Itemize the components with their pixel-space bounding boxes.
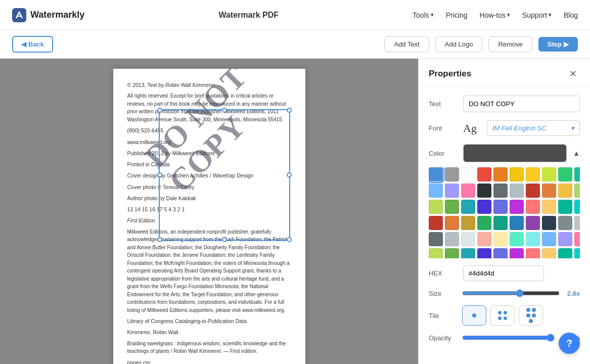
color-cell[interactable] [429, 200, 443, 214]
color-cell[interactable] [526, 216, 540, 230]
next-step-button[interactable]: Step ▶ [538, 37, 578, 52]
color-cell[interactable] [510, 184, 524, 198]
color-cell[interactable] [493, 167, 508, 181]
panel-title: Properties [429, 69, 471, 79]
back-button[interactable]: ◀ Back [12, 36, 53, 53]
color-header: Color ▲ [429, 144, 580, 162]
color-cell[interactable] [493, 232, 508, 246]
color-cell[interactable] [558, 248, 572, 258]
color-cell[interactable] [477, 232, 491, 246]
color-cell[interactable] [461, 248, 475, 258]
font-row: Font Ag IM Fell English SC ▾ [429, 120, 580, 136]
color-cell[interactable] [445, 184, 459, 198]
color-cell[interactable] [542, 248, 556, 258]
color-cell[interactable] [429, 167, 443, 181]
color-cell[interactable] [558, 184, 572, 198]
color-cell[interactable] [445, 248, 459, 258]
color-scroll-area[interactable] [429, 167, 580, 258]
color-cell[interactable] [558, 167, 572, 181]
color-cell[interactable] [510, 167, 524, 181]
color-cell[interactable] [477, 216, 491, 230]
brand-name: Watermarkly [30, 10, 84, 20]
color-cell[interactable] [526, 200, 540, 214]
add-logo-button[interactable]: Add Logo [435, 36, 483, 52]
color-cell[interactable] [461, 184, 475, 198]
color-cell[interactable] [429, 232, 443, 246]
color-cell[interactable] [558, 232, 572, 246]
color-grid [429, 167, 580, 258]
color-cell[interactable] [493, 216, 508, 230]
color-cell[interactable] [574, 167, 580, 181]
color-cell[interactable] [493, 200, 508, 214]
color-cell[interactable] [510, 216, 524, 230]
color-cell[interactable] [574, 232, 580, 246]
nav-support[interactable]: Support ▾ [522, 11, 552, 19]
color-cell[interactable] [574, 184, 580, 198]
nav-pricing[interactable]: Pricing [446, 11, 468, 19]
color-cell[interactable] [526, 167, 540, 181]
color-cell[interactable] [542, 232, 556, 246]
color-cell[interactable] [526, 184, 540, 198]
font-select[interactable]: IM Fell English SC ▾ [487, 120, 580, 136]
color-cell[interactable] [510, 248, 524, 258]
tools-chevron-icon: ▾ [431, 12, 434, 18]
color-cell[interactable] [542, 184, 556, 198]
add-text-button[interactable]: Add Text [384, 36, 429, 52]
color-row [429, 232, 580, 246]
pdf-viewer: DO NOTCOPY © 2013, Text by Robin Wall Ki… [0, 59, 418, 364]
color-row [429, 200, 580, 214]
color-cell[interactable] [493, 248, 508, 258]
text-input[interactable] [463, 96, 580, 112]
color-row [429, 184, 580, 198]
opacity-slider[interactable] [462, 334, 555, 342]
color-cell[interactable] [445, 216, 459, 230]
tile-quad-button[interactable] [490, 305, 515, 326]
nav-tools[interactable]: Tools ▾ [413, 11, 434, 19]
font-chevron-icon: ▾ [571, 124, 574, 132]
nav-blog[interactable]: Blog [564, 11, 578, 19]
font-preview: Ag [463, 122, 477, 135]
color-cell[interactable] [542, 216, 556, 230]
color-cell[interactable] [558, 216, 572, 230]
color-row [429, 216, 580, 230]
color-cell[interactable] [526, 232, 540, 246]
color-cell[interactable] [542, 167, 556, 181]
remove-button[interactable]: Remove [488, 36, 532, 52]
tile-label: Tile [429, 312, 457, 320]
tile-single-button[interactable] [462, 305, 486, 326]
hex-input[interactable] [463, 265, 544, 281]
color-cell[interactable] [526, 248, 540, 258]
color-cell[interactable] [461, 167, 475, 181]
color-cell[interactable] [542, 200, 556, 214]
color-cell[interactable] [477, 167, 491, 181]
color-cell[interactable] [429, 216, 443, 230]
color-chevron-icon[interactable]: ▲ [573, 149, 580, 157]
help-button[interactable]: ? [559, 333, 580, 354]
color-cell[interactable] [461, 232, 475, 246]
color-cell[interactable] [510, 232, 524, 246]
nav-howtos[interactable]: How-tos ▾ [480, 11, 510, 19]
color-cell[interactable] [477, 200, 491, 214]
color-cell[interactable] [574, 216, 580, 230]
color-cell[interactable] [477, 248, 491, 258]
color-swatch-main[interactable] [463, 144, 567, 162]
font-name: IM Fell English SC [492, 124, 547, 132]
color-cell[interactable] [445, 200, 459, 214]
color-cell[interactable] [445, 232, 459, 246]
color-cell[interactable] [429, 248, 443, 258]
close-button[interactable]: ✕ [566, 67, 580, 81]
color-cell[interactable] [429, 184, 443, 198]
hex-label: HEX [429, 269, 457, 277]
color-cell[interactable] [493, 184, 508, 198]
text-row: Text [429, 96, 580, 112]
tile-hex-button[interactable] [519, 305, 543, 326]
color-cell[interactable] [574, 200, 580, 214]
color-cell[interactable] [574, 248, 580, 258]
size-slider[interactable] [462, 289, 560, 297]
color-cell[interactable] [558, 200, 572, 214]
color-cell[interactable] [461, 200, 475, 214]
color-cell[interactable] [477, 184, 491, 198]
color-cell[interactable] [461, 216, 475, 230]
color-cell[interactable] [510, 200, 524, 214]
color-cell[interactable] [445, 167, 459, 181]
